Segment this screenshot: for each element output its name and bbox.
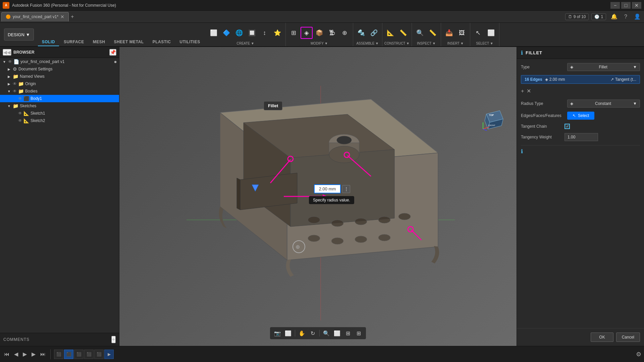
viewport-display-button[interactable]: ⬜ — [332, 328, 342, 338]
remove-edge-button[interactable]: ✕ — [527, 88, 531, 94]
eye-icon[interactable]: 👁 — [13, 89, 17, 94]
timeline-icon-2[interactable]: ⬛ — [64, 350, 73, 359]
minimize-button[interactable]: − — [610, 2, 620, 9]
tab-sheet-metal[interactable]: SHEET METAL — [110, 38, 148, 46]
assemble-section: 🔩 🔗 ASSEMBLE ▼ — [353, 23, 382, 46]
browser-pin-button[interactable]: 📌 — [109, 49, 116, 56]
sketches-label: Sketches — [20, 104, 117, 108]
tab-close-button[interactable]: ✕ — [60, 14, 64, 19]
tab-mesh[interactable]: MESH — [89, 38, 109, 46]
eye-icon[interactable]: 👁 — [18, 111, 22, 116]
timeline-icon-3[interactable]: ⬛ — [74, 350, 84, 359]
notification-button[interactable]: 🔔 — [609, 13, 620, 20]
eye-icon[interactable]: 👁 — [18, 118, 22, 123]
tree-item-body1[interactable]: 👁 ⬛ Body1 — [0, 95, 119, 102]
browser-header: ◀◀ BROWSER 📌 — [0, 47, 119, 58]
viewport[interactable]: ⊕ Fillet ⋮ Specify radius value. TOP FRO… — [119, 47, 517, 346]
maximize-button[interactable]: □ — [621, 2, 631, 9]
help-button[interactable]: ? — [622, 13, 629, 20]
type-icon: ◈ — [570, 65, 573, 69]
settings-button[interactable]: ⚙ — [636, 351, 641, 358]
timeline-icon-1[interactable]: ⬛ — [54, 350, 63, 359]
radius-input[interactable] — [314, 184, 341, 193]
new-component-button[interactable]: ⬜ — [208, 27, 220, 39]
select-button[interactable]: ↖ — [472, 27, 484, 39]
play-first-button[interactable]: ⏮ — [3, 351, 11, 358]
viewport-zoom-button[interactable]: 🔍 — [322, 328, 331, 338]
sweep-button[interactable]: 🔲 — [246, 27, 258, 39]
ok-button[interactable]: OK — [591, 333, 613, 342]
shell-button[interactable]: 🗜 — [326, 27, 338, 39]
assemble-more-button[interactable]: 🔗 — [368, 27, 380, 39]
add-edge-button[interactable]: + — [521, 88, 524, 94]
loft-button[interactable]: ↕ — [259, 27, 271, 39]
joint-button[interactable]: 🔩 — [355, 27, 367, 39]
panel-body: Type ◈ Fillet ▼ 16 Edges ◈ 2.00 mm ↗ Tan… — [517, 59, 644, 328]
record-icon[interactable]: ⏺ — [114, 60, 117, 64]
add-comment-button[interactable]: + — [111, 336, 116, 343]
svg-text:FRONT: FRONT — [488, 124, 495, 126]
construct-plane-button[interactable]: 📐 — [384, 27, 396, 39]
select-edges-button[interactable]: ↖ Select — [567, 112, 594, 120]
construct-more-button[interactable]: 📏 — [397, 27, 409, 39]
chamfer-button[interactable]: 📦 — [313, 27, 325, 39]
timeline-icon-5[interactable]: ⬛ — [94, 350, 104, 359]
tab-surface[interactable]: SURFACE — [60, 38, 88, 46]
document-tab[interactable]: 🟠 your_first_cnced_part v1* ✕ — [1, 12, 69, 21]
press-pull-button[interactable]: ⊞ — [288, 27, 300, 39]
type-dropdown[interactable]: ◈ Fillet ▼ — [567, 63, 640, 71]
draft-button[interactable]: ⊕ — [339, 27, 351, 39]
measure-button[interactable]: 🔍 — [414, 27, 426, 39]
viewport-grid-button[interactable]: ⬜ — [283, 328, 293, 338]
viewport-camera-button[interactable]: 📷 — [273, 328, 282, 338]
insert-more-button[interactable]: 🖼 — [456, 27, 468, 39]
edges-row[interactable]: 16 Edges ◈ 2.00 mm ↗ Tangent (t... — [521, 75, 640, 84]
eye-icon[interactable]: 👁 — [18, 96, 22, 101]
play-button[interactable]: ▶ — [21, 350, 28, 358]
folder-icon: 📁 — [18, 81, 24, 86]
tangent-chain-checkbox[interactable] — [565, 124, 570, 129]
inspect-more-button[interactable]: 📏 — [427, 27, 439, 39]
create-more-button[interactable]: ⭐ — [271, 27, 283, 39]
play-last-button[interactable]: ⏭ — [39, 351, 47, 358]
tab-solid[interactable]: SOLID — [38, 38, 59, 46]
radius-type-label: Radius Type — [521, 101, 565, 106]
design-dropdown[interactable]: DESIGN ▼ — [4, 28, 34, 41]
viewport-more-button[interactable]: ⊞ — [354, 328, 363, 338]
timeline-icon-6[interactable]: ▶ — [104, 350, 114, 359]
viewport-orbit-button[interactable]: ↻ — [308, 328, 317, 338]
tree-item-named-views[interactable]: ▶ 📁 Named Views — [0, 73, 119, 80]
play-prev-button[interactable]: ◀ — [13, 350, 19, 358]
orientation-gizmo[interactable]: TOP FRONT — [480, 104, 506, 131]
tangency-weight-input[interactable] — [565, 133, 598, 141]
tree-item-sketch2[interactable]: 👁 📐 Sketch2 — [0, 117, 119, 124]
tree-item-sketches[interactable]: ▼ 📁 Sketches — [0, 102, 119, 110]
user-button[interactable]: 👤 — [632, 13, 643, 20]
play-next-button[interactable]: ▶ — [30, 350, 37, 358]
close-button[interactable]: ✕ — [632, 2, 641, 9]
viewport-grid2-button[interactable]: ⊞ — [343, 328, 353, 338]
fillet-button[interactable]: ◈ — [301, 27, 313, 39]
radius-input-container[interactable]: ⋮ — [314, 184, 350, 193]
cancel-button[interactable]: Cancel — [616, 333, 640, 342]
tree-item-sketch1[interactable]: 👁 📐 Sketch1 — [0, 110, 119, 117]
tree-item-root[interactable]: ▼ 👁 📄 your_first_cnced_part v1 ⏺ — [0, 58, 119, 65]
new-tab-button[interactable]: + — [69, 13, 76, 20]
eye-icon[interactable]: 👁 — [8, 59, 12, 64]
tree-item-bodies[interactable]: ▼ 👁 📁 Bodies — [0, 87, 119, 95]
tab-plastic[interactable]: PLASTIC — [149, 38, 175, 46]
tree-item-origin[interactable]: ▶ 👁 📁 Origin — [0, 80, 119, 87]
tab-utilities[interactable]: UTILITIES — [176, 38, 204, 46]
eye-icon[interactable]: 👁 — [13, 81, 17, 86]
arrow-icon: ▼ — [2, 60, 7, 64]
viewport-pan-button[interactable]: ✋ — [297, 328, 307, 338]
insert-mesh-button[interactable]: 📥 — [443, 27, 455, 39]
radius-type-dropdown[interactable]: ◈ Constant ▼ — [567, 100, 640, 108]
browser-collapse-button[interactable]: ◀◀ — [3, 49, 11, 56]
select-box-button[interactable]: ⬜ — [485, 27, 497, 39]
tree-item-doc-settings[interactable]: ▶ ⚙ Document Settings — [0, 65, 119, 73]
extrude-button[interactable]: 🔷 — [220, 27, 232, 39]
timeline-icon-4[interactable]: ⬛ — [84, 350, 94, 359]
revolve-button[interactable]: 🌐 — [233, 27, 245, 39]
radius-menu-button[interactable]: ⋮ — [342, 185, 350, 193]
